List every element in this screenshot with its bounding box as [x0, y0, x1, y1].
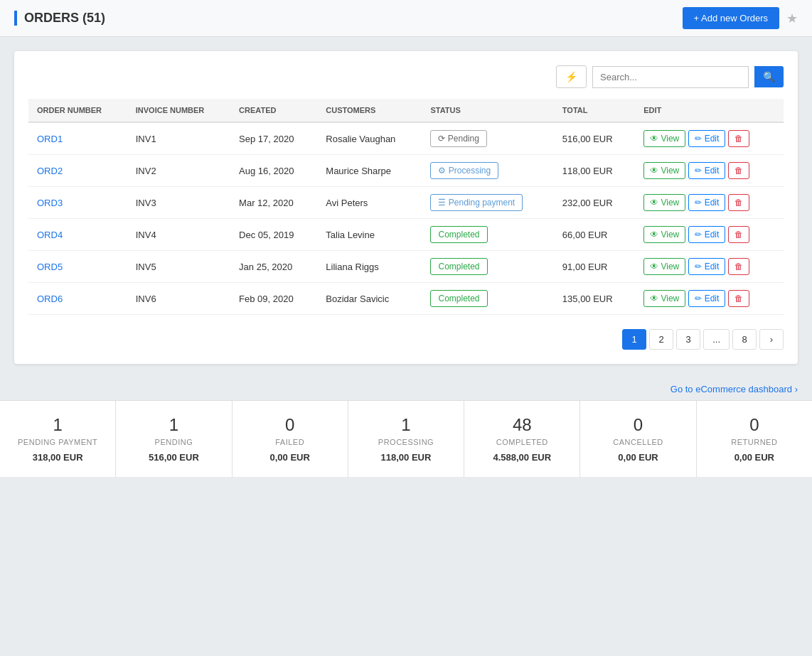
delete-button[interactable]: 🗑	[728, 130, 749, 147]
col-total: TOTAL	[554, 99, 635, 122]
cell-customer: Bozidar Savicic	[317, 283, 422, 315]
orders-card: ⚡ 🔍 ORDER NUMBER INVOICE NUMBER CREATED …	[14, 51, 798, 364]
edit-button[interactable]: ✏ Edit	[688, 162, 725, 179]
status-badge: Completed	[430, 226, 487, 243]
stat-item-processing: 1 PROCESSING 118,00 EUR	[348, 401, 464, 477]
stat-item-pending: 1 PENDING 516,00 EUR	[116, 401, 232, 477]
filter-button[interactable]: ⚡	[556, 65, 587, 88]
stat-amount: 0,00 EUR	[240, 452, 341, 463]
stat-number: 0	[587, 415, 688, 435]
delete-button[interactable]: 🗑	[728, 226, 749, 243]
view-button[interactable]: 👁 View	[643, 258, 685, 275]
favorite-star-icon[interactable]: ★	[786, 11, 798, 26]
orders-table: ORDER NUMBER INVOICE NUMBER CREATED CUST…	[28, 99, 784, 315]
stat-amount: 118,00 EUR	[356, 452, 456, 463]
page-button-1[interactable]: 1	[622, 329, 646, 350]
cell-status: Completed	[422, 219, 553, 251]
cell-customer: Rosalie Vaughan	[317, 122, 422, 155]
view-button[interactable]: 👁 View	[643, 130, 685, 147]
order-link[interactable]: ORD6	[37, 294, 63, 304]
cell-status: ⟳ Pending	[422, 122, 553, 155]
cell-actions: 👁 View ✏ Edit 🗑	[635, 187, 784, 219]
cell-status: ⚙ Processing	[422, 155, 553, 187]
cell-invoice-number: INV6	[127, 283, 230, 315]
edit-button[interactable]: ✏ Edit	[688, 258, 725, 275]
cell-invoice-number: INV1	[127, 122, 230, 155]
cell-created: Jan 25, 2020	[230, 251, 317, 283]
cell-invoice-number: INV2	[127, 155, 230, 187]
order-link[interactable]: ORD5	[37, 262, 63, 272]
cell-total: 66,00 EUR	[554, 219, 635, 251]
page-button-3[interactable]: 3	[676, 329, 700, 350]
edit-button[interactable]: ✏ Edit	[688, 226, 725, 243]
col-status: STATUS	[422, 99, 553, 122]
cell-order-number: ORD3	[28, 187, 127, 219]
order-link[interactable]: ORD3	[37, 198, 63, 208]
dashboard-link[interactable]: Go to eCommerce dashboard ›	[671, 384, 798, 394]
delete-button[interactable]: 🗑	[728, 258, 749, 275]
col-customers: CUSTOMERS	[317, 99, 422, 122]
order-link[interactable]: ORD1	[37, 134, 63, 144]
status-badge: ⟳ Pending	[430, 130, 486, 147]
cell-order-number: ORD4	[28, 219, 127, 251]
action-buttons: 👁 View ✏ Edit 🗑	[643, 194, 775, 211]
table-row: ORD6 INV6 Feb 09, 2020 Bozidar Savicic C…	[28, 283, 784, 315]
filter-icon: ⚡	[565, 71, 577, 82]
view-button[interactable]: 👁 View	[643, 290, 685, 307]
page-title: ORDERS (51)	[14, 11, 105, 26]
view-button[interactable]: 👁 View	[643, 194, 685, 211]
order-link[interactable]: ORD4	[37, 230, 63, 240]
search-button[interactable]: 🔍	[754, 66, 784, 87]
cell-order-number: ORD2	[28, 155, 127, 187]
stat-label: RETURNED	[704, 438, 805, 446]
cell-actions: 👁 View ✏ Edit 🗑	[635, 283, 784, 315]
view-button[interactable]: 👁 View	[643, 162, 685, 179]
pagination-next-button[interactable]: ›	[759, 329, 784, 350]
stat-label: PENDING	[123, 438, 224, 446]
cell-customer: Maurice Sharpe	[317, 155, 422, 187]
stat-amount: 516,00 EUR	[123, 452, 224, 463]
stat-amount: 0,00 EUR	[704, 452, 805, 463]
col-created: CREATED	[230, 99, 317, 122]
page-button-2[interactable]: 2	[649, 329, 673, 350]
edit-button[interactable]: ✏ Edit	[688, 290, 725, 307]
stat-label: CANCELLED	[587, 438, 688, 446]
stat-number: 1	[356, 415, 456, 435]
cell-created: Aug 16, 2020	[230, 155, 317, 187]
cell-actions: 👁 View ✏ Edit 🗑	[635, 251, 784, 283]
cell-invoice-number: INV5	[127, 251, 230, 283]
add-orders-button[interactable]: + Add new Orders	[683, 7, 779, 29]
search-input[interactable]	[592, 66, 749, 88]
stats-bar: 1 PENDING PAYMENT 318,00 EUR 1 PENDING 5…	[0, 400, 812, 477]
status-badge: ⚙ Processing	[430, 162, 498, 179]
table-row: ORD2 INV2 Aug 16, 2020 Maurice Sharpe ⚙ …	[28, 155, 784, 187]
stat-item-pending-payment: 1 PENDING PAYMENT 318,00 EUR	[0, 401, 116, 477]
cell-status: Completed	[422, 283, 553, 315]
delete-button[interactable]: 🗑	[728, 162, 749, 179]
page-button-8[interactable]: 8	[732, 329, 757, 350]
action-buttons: 👁 View ✏ Edit 🗑	[643, 162, 775, 179]
cell-total: 232,00 EUR	[554, 187, 635, 219]
stat-amount: 0,00 EUR	[587, 452, 688, 463]
order-link[interactable]: ORD2	[37, 166, 63, 176]
cell-customer: Liliana Riggs	[317, 251, 422, 283]
cell-created: Mar 12, 2020	[230, 187, 317, 219]
edit-button[interactable]: ✏ Edit	[688, 130, 725, 147]
cell-created: Feb 09, 2020	[230, 283, 317, 315]
table-row: ORD3 INV3 Mar 12, 2020 Avi Peters ☰ Pend…	[28, 187, 784, 219]
delete-button[interactable]: 🗑	[728, 194, 749, 211]
stat-number: 1	[7, 415, 108, 435]
cell-order-number: ORD6	[28, 283, 127, 315]
cell-order-number: ORD1	[28, 122, 127, 155]
stat-item-failed: 0 FAILED 0,00 EUR	[233, 401, 348, 477]
cell-total: 91,00 EUR	[554, 251, 635, 283]
pagination: 123...8›	[28, 329, 784, 350]
search-icon: 🔍	[763, 71, 775, 82]
cell-total: 118,00 EUR	[554, 155, 635, 187]
delete-button[interactable]: 🗑	[728, 290, 749, 307]
view-button[interactable]: 👁 View	[643, 226, 685, 243]
edit-button[interactable]: ✏ Edit	[688, 194, 725, 211]
cell-status: ☰ Pending payment	[422, 187, 553, 219]
cell-actions: 👁 View ✏ Edit 🗑	[635, 219, 784, 251]
header-actions: + Add new Orders ★	[683, 7, 798, 29]
